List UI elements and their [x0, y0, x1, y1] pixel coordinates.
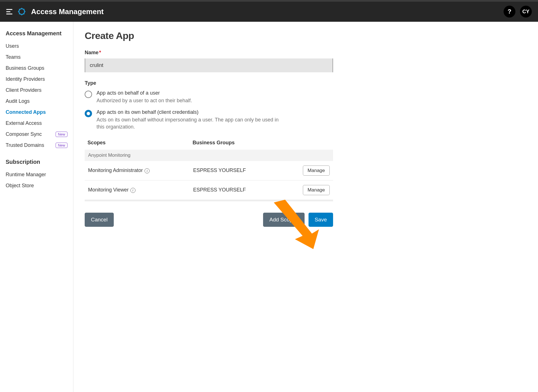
radio-desc: Authorized by a user to act on their beh… — [97, 97, 192, 104]
sidebar-item-label: Teams — [6, 54, 21, 60]
sidebar-item-label: Composer Sync — [6, 131, 42, 137]
sidebar-item-teams[interactable]: Teams — [6, 52, 67, 63]
sidebar-item-label: Identity Providers — [6, 76, 45, 82]
new-badge: New — [56, 132, 67, 137]
radio-icon[interactable] — [85, 91, 92, 98]
scope-cell: Monitoring Vieweri — [85, 180, 190, 200]
name-label-text: Name — [85, 50, 99, 55]
main-content: Create App Name* Type App acts on behalf… — [73, 22, 344, 392]
table-row: Monitoring Administratori ESPRESS YOURSE… — [85, 161, 333, 180]
sidebar-item-label: Audit Logs — [6, 98, 30, 104]
info-icon[interactable]: i — [130, 188, 135, 193]
header-right: ? CY — [504, 6, 532, 18]
sidebar-item-client-providers[interactable]: Client Providers — [6, 85, 67, 96]
table-row: Monitoring Vieweri ESPRESS YOURSELF Mana… — [85, 180, 333, 200]
required-star: * — [99, 50, 101, 55]
radio-title: App acts on its own behalf (client crede… — [97, 109, 282, 115]
sidebar-item-label: Users — [6, 43, 19, 49]
sidebar-item-label: Client Providers — [6, 87, 41, 93]
help-icon[interactable]: ? — [504, 6, 515, 18]
col-scopes: Scopes — [85, 136, 190, 150]
sidebar: Access Management Users Teams Business G… — [0, 22, 73, 392]
col-business-groups: Business Groups — [190, 136, 281, 150]
action-bar: Cancel Add Scopes Save — [85, 213, 333, 227]
radio-desc: Acts on its own behalf without impersona… — [97, 116, 282, 130]
manage-button[interactable]: Manage — [303, 185, 330, 195]
sidebar-item-trusted-domains[interactable]: Trusted DomainsNew — [6, 140, 67, 151]
type-option-client-credentials[interactable]: App acts on its own behalf (client crede… — [85, 109, 282, 130]
radio-title: App acts on behalf of a user — [97, 90, 192, 96]
app-header: Access Management ? CY — [0, 1, 538, 22]
sidebar-item-runtime-manager[interactable]: Runtime Manager — [6, 169, 67, 180]
sidebar-item-label: Object Store — [6, 183, 34, 189]
new-badge: New — [56, 143, 67, 148]
bgroup-cell: ESPRESS YOURSELF — [190, 180, 281, 200]
sidebar-item-label: Trusted Domains — [6, 142, 44, 148]
manage-button[interactable]: Manage — [303, 165, 330, 176]
sidebar-item-business-groups[interactable]: Business Groups — [6, 63, 67, 74]
header-title: Access Management — [31, 7, 104, 16]
sidebar-title: Access Management — [6, 30, 67, 37]
sidebar-item-label: Runtime Manager — [6, 172, 46, 178]
sidebar-item-label: External Access — [6, 120, 42, 126]
info-icon[interactable]: i — [145, 168, 150, 173]
sidebar-item-composer-sync[interactable]: Composer SyncNew — [6, 129, 67, 140]
menu-icon[interactable] — [6, 9, 12, 14]
name-label: Name* — [85, 50, 333, 56]
save-button[interactable]: Save — [309, 213, 333, 227]
svg-line-8 — [24, 9, 25, 10]
sidebar-sub-title: Subscription — [6, 159, 67, 165]
gear-icon[interactable] — [18, 7, 26, 16]
bgroup-cell: ESPRESS YOURSELF — [190, 161, 281, 180]
name-input[interactable] — [85, 58, 333, 72]
type-label: Type — [85, 80, 333, 86]
scope-name: Monitoring Administrator — [88, 167, 143, 173]
page-title: Create App — [85, 30, 333, 41]
add-scopes-button[interactable]: Add Scopes — [263, 213, 304, 227]
scopes-table: Scopes Business Groups Anypoint Monitori… — [85, 136, 333, 200]
table-footer-line — [85, 200, 333, 201]
header-left: Access Management — [6, 7, 104, 16]
sidebar-item-users[interactable]: Users — [6, 41, 67, 52]
sidebar-item-identity-providers[interactable]: Identity Providers — [6, 74, 67, 85]
sidebar-item-object-store[interactable]: Object Store — [6, 180, 67, 191]
type-option-user[interactable]: App acts on behalf of a user Authorized … — [85, 90, 282, 104]
cancel-button[interactable]: Cancel — [85, 213, 114, 227]
sidebar-item-external-access[interactable]: External Access — [6, 118, 67, 129]
sidebar-item-audit-logs[interactable]: Audit Logs — [6, 96, 67, 107]
sidebar-item-label: Connected Apps — [6, 109, 46, 115]
svg-line-5 — [19, 9, 20, 10]
avatar[interactable]: CY — [520, 6, 532, 18]
scope-group-header: Anypoint Monitoring — [85, 150, 333, 161]
scope-name: Monitoring Viewer — [88, 187, 129, 193]
scope-cell: Monitoring Administratori — [85, 161, 190, 180]
svg-line-7 — [19, 14, 20, 14]
svg-line-6 — [24, 14, 25, 14]
sidebar-item-label: Business Groups — [6, 65, 44, 71]
sidebar-item-connected-apps[interactable]: Connected Apps — [6, 107, 67, 118]
radio-icon[interactable] — [85, 110, 92, 117]
